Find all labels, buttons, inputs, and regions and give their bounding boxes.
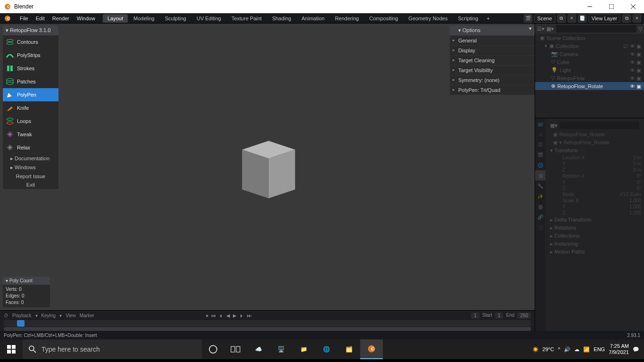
- row-camera[interactable]: 📷Camera👁▣: [535, 50, 644, 58]
- play-rev-icon[interactable]: ◀: [226, 313, 230, 318]
- prop-mode-icon[interactable]: ▦▾: [550, 123, 558, 129]
- menu-edit[interactable]: Edit: [32, 16, 49, 21]
- opt-target-visibility[interactable]: Target Visibility: [450, 65, 535, 75]
- opt-target-cleaning[interactable]: Target Cleaning: [450, 55, 535, 65]
- start-frame[interactable]: 1: [495, 313, 504, 319]
- play-icon[interactable]: ▶: [233, 313, 237, 318]
- keyframe-next-icon[interactable]: ⏵: [239, 313, 244, 318]
- breadcrumb-obj[interactable]: ▣ RetopoFlow_Rotate: [548, 131, 641, 139]
- weather-icon[interactable]: ☀️: [532, 346, 539, 353]
- edge-icon[interactable]: 🌐: [315, 339, 338, 359]
- close-button[interactable]: [622, 0, 644, 13]
- tl-playback[interactable]: Playback: [12, 313, 32, 318]
- keyframe-prev-icon[interactable]: ⏴: [219, 313, 223, 318]
- tool-polystrips[interactable]: PolyStrips: [3, 49, 58, 62]
- row-cube[interactable]: ▽Cube👁▣: [535, 58, 644, 66]
- tab-sculpting[interactable]: Sculpting: [160, 14, 191, 23]
- current-frame[interactable]: 1: [471, 313, 479, 319]
- proptab-data[interactable]: ◫: [535, 222, 545, 232]
- proptab-object[interactable]: ▨: [535, 170, 545, 181]
- opt-general[interactable]: General: [450, 35, 535, 45]
- playhead[interactable]: [17, 320, 25, 327]
- proptab-world[interactable]: 🌐: [535, 160, 545, 170]
- maximize-button[interactable]: [601, 0, 622, 13]
- options-title[interactable]: ▾ Options: [450, 25, 535, 35]
- blender-menu-icon[interactable]: [4, 14, 12, 23]
- layer-browse-icon[interactable]: 📑: [578, 14, 586, 23]
- delete-layer-button[interactable]: ×: [633, 14, 641, 23]
- row-scene-collection[interactable]: ▣Scene Collection: [535, 34, 644, 42]
- proptab-particles[interactable]: ✨: [535, 191, 545, 201]
- prop-search[interactable]: [560, 122, 639, 129]
- wifi-icon[interactable]: 📶: [583, 346, 590, 353]
- tool-patches[interactable]: Patches: [3, 75, 58, 88]
- tab-uv[interactable]: UV Editing: [192, 14, 226, 23]
- start-button[interactable]: [0, 339, 23, 359]
- options-collapse-icon[interactable]: ▾: [527, 25, 534, 32]
- tab-shading[interactable]: Shading: [267, 14, 296, 23]
- proptab-viewlayer[interactable]: 🖼: [535, 139, 545, 149]
- tool-knife[interactable]: Knife: [3, 101, 58, 115]
- row-light[interactable]: 💡Light👁▣: [535, 66, 644, 74]
- tool-tweak[interactable]: Tweak: [3, 128, 58, 141]
- row-retopoflow-rotate[interactable]: ⊕RetopoFlow_Rotate👁▣: [535, 82, 644, 90]
- autokey-icon[interactable]: ●: [206, 313, 208, 318]
- proptab-modifier[interactable]: 🔧: [535, 181, 545, 191]
- filter-icon[interactable]: ▽: [638, 26, 642, 32]
- menu-render[interactable]: Render: [49, 16, 73, 21]
- tab-compositing[interactable]: Compositing: [364, 14, 403, 23]
- temperature[interactable]: 29°C: [543, 346, 554, 352]
- section-motionpaths[interactable]: ▸ Motion Paths: [548, 248, 641, 256]
- jump-end-icon[interactable]: ⏭: [247, 313, 252, 318]
- timeline-scrollbar[interactable]: [4, 327, 531, 331]
- app2-icon[interactable]: 🗂️: [338, 339, 360, 359]
- row-retopoflow[interactable]: ▽RetopoFlow👁▣: [535, 74, 644, 82]
- cortana-icon[interactable]: [202, 339, 224, 359]
- tool-contours[interactable]: Contours: [3, 35, 58, 49]
- viewlayer-selector[interactable]: View Layer: [588, 14, 620, 23]
- section-relations[interactable]: ▸ Relations: [548, 224, 641, 232]
- minimize-button[interactable]: [579, 0, 601, 13]
- tab-layout[interactable]: Layout: [103, 14, 128, 23]
- rf-windows[interactable]: ▸ Windows: [3, 163, 58, 172]
- proptab-scene[interactable]: 🎬: [535, 149, 545, 160]
- explorer-icon[interactable]: 📁: [292, 339, 315, 359]
- clock[interactable]: 7:25 AM 7/9/2021: [609, 343, 629, 355]
- opt-polypen-mode[interactable]: PolyPen: Tri/Quad: [450, 85, 535, 95]
- proptab-physics[interactable]: ⬤: [535, 201, 545, 212]
- tool-strokes[interactable]: Strokes: [3, 62, 58, 75]
- rf-exit[interactable]: Exit: [3, 181, 58, 189]
- volume-icon[interactable]: 🔊: [564, 346, 570, 353]
- rf-documentation[interactable]: ▸ Documentation: [3, 154, 58, 163]
- timeline-track[interactable]: [4, 320, 531, 327]
- notifications-icon[interactable]: 💬: [633, 346, 639, 353]
- delete-scene-button[interactable]: ×: [568, 14, 576, 23]
- onedrive-icon[interactable]: ☁️: [247, 339, 270, 359]
- end-frame[interactable]: 250: [517, 313, 531, 319]
- menu-window[interactable]: Window: [73, 16, 99, 21]
- retopoflow-title[interactable]: ▾ RetopoFlow 3.1.0: [3, 25, 58, 35]
- scene-selector[interactable]: Scene: [534, 14, 555, 23]
- outliner-mode-icon[interactable]: ☰▾: [537, 26, 545, 32]
- tool-loops[interactable]: Loops: [3, 115, 58, 128]
- section-collections[interactable]: ▸ Collections: [548, 232, 641, 240]
- section-delta[interactable]: ▸ Delta Transform: [548, 216, 641, 224]
- jump-start-icon[interactable]: ⏮: [211, 313, 216, 318]
- row-collection[interactable]: ▾▣Collection☑👁▣: [535, 42, 644, 50]
- outliner-display-icon[interactable]: ▦▾: [546, 26, 554, 32]
- obj-name-field[interactable]: ▣ ▾ RetopoFlow_Rotate: [548, 139, 641, 147]
- tl-marker[interactable]: Marker: [80, 313, 94, 318]
- outliner-search[interactable]: [556, 25, 636, 33]
- section-instancing[interactable]: ▸ Instancing: [548, 240, 641, 248]
- taskbar-search[interactable]: Type here to search: [23, 339, 202, 359]
- tool-polypen[interactable]: PolyPen: [3, 88, 58, 101]
- rf-report[interactable]: Report Issue: [3, 172, 58, 181]
- tab-modeling[interactable]: Modeling: [129, 14, 159, 23]
- taskview-icon[interactable]: [224, 339, 247, 359]
- network-icon[interactable]: ☁: [574, 346, 579, 353]
- add-workspace-button[interactable]: +: [484, 14, 492, 23]
- proptab-render[interactable]: 📺: [535, 118, 545, 129]
- new-layer-button[interactable]: ⧉: [622, 14, 631, 23]
- tab-scripting[interactable]: Scripting: [453, 14, 483, 23]
- app1-icon[interactable]: 🖥️: [270, 339, 292, 359]
